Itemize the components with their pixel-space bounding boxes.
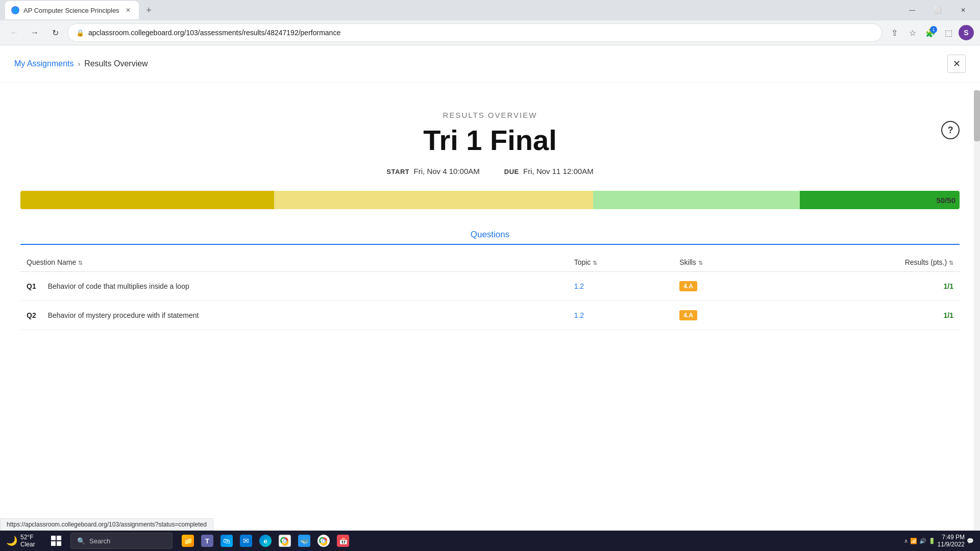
page-content: My Assignments › Results Overview ✕ ? RE…	[0, 45, 980, 531]
weather-icon: 🌙	[6, 535, 17, 546]
extension-badge[interactable]: 🧩 1	[923, 25, 938, 40]
exam-title: Tri 1 Final	[20, 123, 960, 157]
score-bar-segment-3	[593, 191, 800, 209]
topic-value: 1.2	[574, 311, 584, 319]
calendar-icon: 📅	[337, 535, 349, 547]
close-window-button[interactable]: ✕	[951, 0, 975, 20]
breadcrumb: My Assignments › Results Overview ✕	[0, 45, 980, 83]
question-number: Q1	[27, 282, 42, 290]
address-text: apclassroom.collegeboard.org/103/assessm…	[88, 29, 873, 37]
score-bar-segment-1	[20, 191, 274, 209]
taskbar-time: 7:49 PM	[938, 534, 965, 541]
start-label: START Fri, Nov 4 10:00AM	[386, 167, 479, 176]
table-cell-result: 1/1	[779, 301, 960, 330]
window-controls: — ⬜ ✕	[900, 0, 975, 20]
table-row[interactable]: Q2 Behavior of mystery procedure with if…	[20, 301, 960, 330]
table-cell-name: Q2 Behavior of mystery procedure with if…	[20, 301, 568, 330]
weather-info: 52°F Clear	[20, 534, 35, 548]
weather-temp: 52°F	[20, 534, 35, 541]
sort-icon-name: ⇅	[78, 260, 83, 266]
taskbar-network-icon: 📶	[910, 538, 917, 544]
taskbar-edge[interactable]: e	[256, 532, 275, 550]
taskbar-date: 11/9/2022	[938, 541, 965, 548]
extension-badge-count: 1	[930, 26, 937, 33]
col-question-name[interactable]: Question Name ⇅	[20, 253, 568, 272]
store-icon: 🛍	[220, 535, 233, 547]
taskbar-arrow-up[interactable]: ∧	[904, 538, 908, 544]
col-results[interactable]: Results (pts.) ⇅	[779, 253, 960, 272]
skill-badge: 4.A	[679, 281, 697, 291]
sort-icon-topic: ⇅	[593, 260, 597, 266]
sort-icon-results: ⇅	[949, 260, 953, 266]
main-area: ? RESULTS OVERVIEW Tri 1 Final START Fri…	[0, 111, 980, 330]
col-skills[interactable]: Skills ⇅	[673, 253, 778, 272]
profile-avatar[interactable]: S	[959, 25, 974, 40]
back-button[interactable]: ←	[6, 24, 22, 41]
sidebar-icon[interactable]: ⬚	[940, 24, 957, 41]
taskbar-another-chrome[interactable]	[314, 532, 333, 550]
taskbar-clock[interactable]: 7:49 PM 11/9/2022	[938, 534, 965, 548]
taskbar-calendar[interactable]: 📅	[334, 532, 352, 550]
chrome2-icon	[317, 535, 330, 547]
share-icon[interactable]: ⇧	[886, 24, 902, 41]
refresh-button[interactable]: ↻	[47, 24, 63, 41]
windows-logo	[51, 536, 61, 546]
breadcrumb-current: Results Overview	[84, 59, 148, 68]
scroll-track[interactable]	[974, 90, 980, 531]
new-tab-button[interactable]: +	[142, 3, 156, 17]
scroll-thumb[interactable]	[974, 90, 980, 141]
taskbar-chrome[interactable]	[276, 532, 294, 550]
mail-icon: ✉	[240, 535, 252, 547]
table-cell-topic: 1.2	[568, 272, 674, 301]
bookmark-icon[interactable]: ☆	[904, 24, 921, 41]
taskbar-store[interactable]: 🛍	[217, 532, 236, 550]
lock-icon: 🔒	[76, 29, 84, 37]
minimize-button[interactable]: —	[900, 0, 924, 20]
table-cell-name: Q1 Behavior of code that multiplies insi…	[20, 272, 568, 301]
tab-close-button[interactable]: ✕	[124, 6, 133, 15]
due-label: DUE Fri, Nov 11 12:00AM	[504, 167, 594, 176]
taskbar-search[interactable]: 🔍 Search	[70, 533, 173, 549]
help-button[interactable]: ?	[941, 121, 960, 139]
taskbar-teams[interactable]: T	[198, 532, 216, 550]
sort-icon-skills: ⇅	[698, 260, 703, 266]
taskbar: 🌙 52°F Clear 🔍 Search 📁 T 🛍 ✉ e	[0, 531, 980, 551]
docker-icon: 🐳	[298, 535, 310, 547]
col-topic[interactable]: Topic ⇅	[568, 253, 674, 272]
windows-start-button[interactable]	[47, 532, 65, 550]
taskbar-notifications[interactable]: 💬	[967, 538, 974, 544]
taskbar-battery-icon: 🔋	[928, 538, 936, 544]
browser-tab[interactable]: 🌐 AP Computer Science Principles ✕	[5, 1, 139, 19]
taskbar-volume-icon: 🔊	[919, 538, 926, 544]
tab-favicon: 🌐	[11, 6, 19, 14]
taskbar-search-text: Search	[89, 537, 110, 545]
weather-widget: 🌙 52°F Clear	[6, 534, 42, 548]
taskbar-docker[interactable]: 🐳	[295, 532, 313, 550]
taskbar-right: ∧ 📶 🔊 🔋 7:49 PM 11/9/2022 💬	[904, 534, 974, 548]
taskbar-mail[interactable]: ✉	[237, 532, 255, 550]
table-row[interactable]: Q1 Behavior of code that multiplies insi…	[20, 272, 960, 301]
taskbar-search-icon: 🔍	[77, 537, 85, 545]
address-bar[interactable]: 🔒 apclassroom.collegeboard.org/103/asses…	[67, 23, 882, 42]
address-bar-row: ← → ↻ 🔒 apclassroom.collegeboard.org/103…	[0, 20, 980, 45]
browser-chrome: 🌐 AP Computer Science Principles ✕ + — ⬜…	[0, 0, 980, 45]
questions-table: Question Name ⇅ Topic ⇅ Skills ⇅ Results…	[20, 253, 960, 330]
taskbar-apps: 📁 T 🛍 ✉ e	[179, 532, 352, 550]
questions-divider	[20, 244, 960, 245]
forward-button[interactable]: →	[27, 24, 43, 41]
table-cell-skill: 4.A	[673, 272, 778, 301]
questions-heading: Questions	[20, 230, 960, 240]
maximize-button[interactable]: ⬜	[926, 0, 949, 20]
svg-point-2	[284, 540, 286, 542]
score-bar-segment-4	[800, 191, 960, 209]
skill-badge: 4.A	[679, 310, 697, 320]
tab-bar: 🌐 AP Computer Science Principles ✕ + — ⬜…	[0, 0, 980, 20]
question-number: Q2	[27, 311, 42, 319]
breadcrumb-link[interactable]: My Assignments	[14, 59, 74, 68]
score-bar-segment-2	[274, 191, 594, 209]
status-url-bar: https://apclassroom.collegeboard.org/103…	[0, 518, 213, 531]
taskbar-file-explorer[interactable]: 📁	[179, 532, 197, 550]
score-display: 50/50	[936, 196, 955, 205]
close-panel-button[interactable]: ✕	[947, 55, 966, 73]
edge-icon: e	[259, 535, 272, 547]
